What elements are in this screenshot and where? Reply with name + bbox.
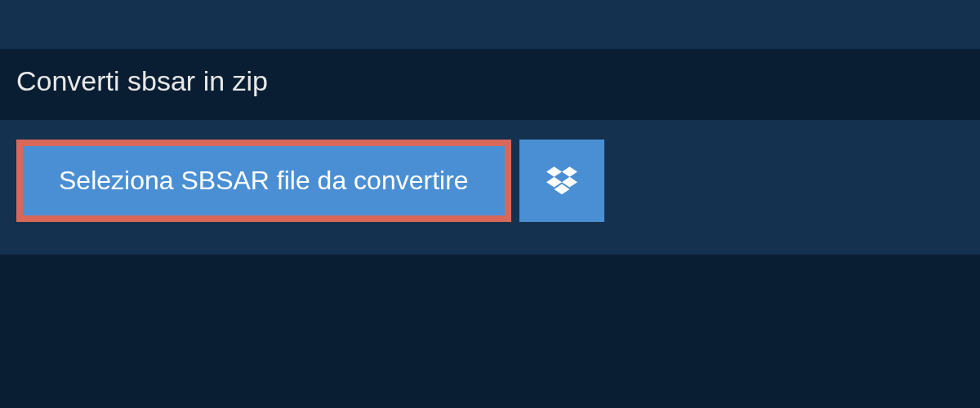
dropbox-button[interactable] [519,140,604,222]
dropbox-icon [546,164,577,198]
button-row: Seleziona SBSAR file da convertire [16,140,964,222]
bottom-area [0,255,980,408]
tab-convert[interactable]: Converti sbsar in zip [0,49,294,120]
tab-area: Converti sbsar in zip [0,49,980,120]
select-file-button[interactable]: Seleziona SBSAR file da convertire [16,140,511,222]
select-file-label: Seleziona SBSAR file da convertire [59,166,469,196]
top-strip [0,0,980,49]
content-area: Seleziona SBSAR file da convertire [0,120,980,255]
tab-title: Converti sbsar in zip [16,65,268,96]
